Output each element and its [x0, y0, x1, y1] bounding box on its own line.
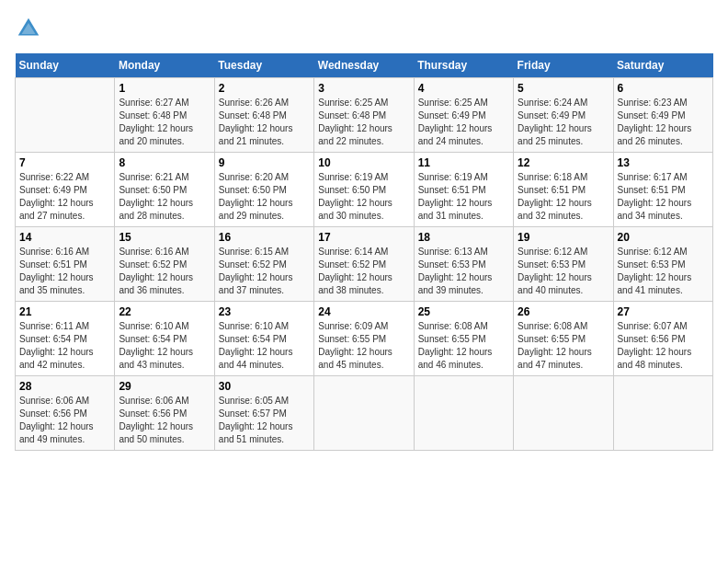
calendar-cell: 1Sunrise: 6:27 AM Sunset: 6:48 PM Daylig… [115, 78, 214, 153]
calendar-cell [613, 376, 712, 451]
day-info: Sunrise: 6:18 AM Sunset: 6:51 PM Dayligh… [518, 171, 609, 223]
day-number: 12 [518, 156, 609, 169]
day-info: Sunrise: 6:08 AM Sunset: 6:55 PM Dayligh… [418, 320, 509, 372]
day-number: 17 [318, 231, 409, 244]
day-number: 5 [518, 82, 609, 95]
day-info: Sunrise: 6:25 AM Sunset: 6:49 PM Dayligh… [418, 97, 509, 148]
day-info: Sunrise: 6:26 AM Sunset: 6:48 PM Dayligh… [219, 97, 310, 148]
calendar-week: 21Sunrise: 6:11 AM Sunset: 6:54 PM Dayli… [16, 302, 713, 376]
day-info: Sunrise: 6:06 AM Sunset: 6:56 PM Dayligh… [119, 395, 210, 446]
day-number: 23 [219, 305, 310, 318]
header-day: Saturday [613, 53, 712, 78]
day-number: 9 [219, 156, 310, 169]
day-info: Sunrise: 6:14 AM Sunset: 6:52 PM Dayligh… [318, 246, 409, 297]
calendar-cell: 14Sunrise: 6:16 AM Sunset: 6:51 PM Dayli… [16, 227, 115, 302]
day-number: 7 [19, 156, 110, 169]
calendar-cell: 17Sunrise: 6:14 AM Sunset: 6:52 PM Dayli… [314, 227, 414, 302]
calendar-cell [16, 78, 115, 153]
calendar-cell [514, 376, 613, 451]
day-number: 10 [318, 156, 409, 169]
day-number: 3 [318, 82, 409, 95]
calendar-cell: 4Sunrise: 6:25 AM Sunset: 6:49 PM Daylig… [414, 78, 513, 153]
calendar-cell: 29Sunrise: 6:06 AM Sunset: 6:56 PM Dayli… [115, 376, 214, 451]
day-info: Sunrise: 6:21 AM Sunset: 6:50 PM Dayligh… [119, 171, 210, 223]
day-number: 28 [19, 380, 110, 393]
day-number: 11 [418, 156, 509, 169]
day-number: 15 [119, 231, 210, 244]
day-info: Sunrise: 6:05 AM Sunset: 6:57 PM Dayligh… [219, 395, 310, 446]
calendar-cell: 21Sunrise: 6:11 AM Sunset: 6:54 PM Dayli… [16, 302, 115, 376]
day-number: 22 [119, 305, 210, 318]
day-number: 26 [518, 305, 609, 318]
day-info: Sunrise: 6:16 AM Sunset: 6:51 PM Dayligh… [19, 246, 110, 297]
calendar-cell: 2Sunrise: 6:26 AM Sunset: 6:48 PM Daylig… [214, 78, 313, 153]
day-info: Sunrise: 6:16 AM Sunset: 6:52 PM Dayligh… [119, 246, 210, 297]
calendar-cell: 5Sunrise: 6:24 AM Sunset: 6:49 PM Daylig… [514, 78, 613, 153]
calendar-week: 7Sunrise: 6:22 AM Sunset: 6:49 PM Daylig… [16, 153, 713, 227]
calendar-cell: 25Sunrise: 6:08 AM Sunset: 6:55 PM Dayli… [414, 302, 513, 376]
day-info: Sunrise: 6:06 AM Sunset: 6:56 PM Dayligh… [19, 395, 110, 446]
day-number: 30 [219, 380, 310, 393]
header-row: SundayMondayTuesdayWednesdayThursdayFrid… [16, 53, 713, 78]
day-info: Sunrise: 6:23 AM Sunset: 6:49 PM Dayligh… [618, 97, 709, 148]
header-day: Thursday [414, 53, 513, 78]
calendar-cell: 10Sunrise: 6:19 AM Sunset: 6:50 PM Dayli… [314, 153, 414, 227]
day-info: Sunrise: 6:15 AM Sunset: 6:52 PM Dayligh… [219, 246, 310, 297]
calendar-week: 1Sunrise: 6:27 AM Sunset: 6:48 PM Daylig… [16, 78, 713, 153]
day-info: Sunrise: 6:19 AM Sunset: 6:51 PM Dayligh… [418, 171, 509, 223]
header-day: Friday [514, 53, 613, 78]
calendar-cell: 3Sunrise: 6:25 AM Sunset: 6:48 PM Daylig… [314, 78, 414, 153]
day-number: 6 [618, 82, 709, 95]
calendar-table: SundayMondayTuesdayWednesdayThursdayFrid… [15, 53, 713, 451]
day-number: 29 [119, 380, 210, 393]
calendar-cell: 28Sunrise: 6:06 AM Sunset: 6:56 PM Dayli… [16, 376, 115, 451]
page-header [15, 15, 713, 42]
header-day: Tuesday [214, 53, 313, 78]
day-info: Sunrise: 6:11 AM Sunset: 6:54 PM Dayligh… [19, 320, 110, 372]
calendar-cell [314, 376, 414, 451]
calendar-cell: 27Sunrise: 6:07 AM Sunset: 6:56 PM Dayli… [613, 302, 712, 376]
calendar-cell: 11Sunrise: 6:19 AM Sunset: 6:51 PM Dayli… [414, 153, 513, 227]
day-info: Sunrise: 6:13 AM Sunset: 6:53 PM Dayligh… [418, 246, 509, 297]
day-info: Sunrise: 6:20 AM Sunset: 6:50 PM Dayligh… [219, 171, 310, 223]
day-number: 25 [418, 305, 509, 318]
calendar-cell: 8Sunrise: 6:21 AM Sunset: 6:50 PM Daylig… [115, 153, 214, 227]
day-info: Sunrise: 6:24 AM Sunset: 6:49 PM Dayligh… [518, 97, 609, 148]
day-number: 21 [19, 305, 110, 318]
day-number: 2 [219, 82, 310, 95]
day-number: 8 [119, 156, 210, 169]
day-info: Sunrise: 6:09 AM Sunset: 6:55 PM Dayligh… [318, 320, 409, 372]
calendar-cell [414, 376, 513, 451]
calendar-cell: 15Sunrise: 6:16 AM Sunset: 6:52 PM Dayli… [115, 227, 214, 302]
day-number: 24 [318, 305, 409, 318]
day-info: Sunrise: 6:08 AM Sunset: 6:55 PM Dayligh… [518, 320, 609, 372]
calendar-cell: 7Sunrise: 6:22 AM Sunset: 6:49 PM Daylig… [16, 153, 115, 227]
day-info: Sunrise: 6:25 AM Sunset: 6:48 PM Dayligh… [318, 97, 409, 148]
logo-icon [15, 15, 42, 42]
header-day: Wednesday [314, 53, 414, 78]
day-info: Sunrise: 6:27 AM Sunset: 6:48 PM Dayligh… [119, 97, 210, 148]
calendar-cell: 18Sunrise: 6:13 AM Sunset: 6:53 PM Dayli… [414, 227, 513, 302]
day-info: Sunrise: 6:22 AM Sunset: 6:49 PM Dayligh… [19, 171, 110, 223]
calendar-cell: 19Sunrise: 6:12 AM Sunset: 6:53 PM Dayli… [514, 227, 613, 302]
day-number: 19 [518, 231, 609, 244]
day-info: Sunrise: 6:07 AM Sunset: 6:56 PM Dayligh… [618, 320, 709, 372]
calendar-header: SundayMondayTuesdayWednesdayThursdayFrid… [16, 53, 713, 78]
calendar-cell: 9Sunrise: 6:20 AM Sunset: 6:50 PM Daylig… [214, 153, 313, 227]
calendar-cell: 30Sunrise: 6:05 AM Sunset: 6:57 PM Dayli… [214, 376, 313, 451]
day-number: 14 [19, 231, 110, 244]
day-number: 18 [418, 231, 509, 244]
day-number: 20 [618, 231, 709, 244]
day-number: 1 [119, 82, 210, 95]
header-day: Sunday [16, 53, 115, 78]
logo [15, 15, 46, 42]
day-number: 16 [219, 231, 310, 244]
calendar-cell: 12Sunrise: 6:18 AM Sunset: 6:51 PM Dayli… [514, 153, 613, 227]
header-day: Monday [115, 53, 214, 78]
day-info: Sunrise: 6:10 AM Sunset: 6:54 PM Dayligh… [119, 320, 210, 372]
calendar-cell: 23Sunrise: 6:10 AM Sunset: 6:54 PM Dayli… [214, 302, 313, 376]
calendar-cell: 20Sunrise: 6:12 AM Sunset: 6:53 PM Dayli… [613, 227, 712, 302]
calendar-body: 1Sunrise: 6:27 AM Sunset: 6:48 PM Daylig… [16, 78, 713, 451]
calendar-cell: 24Sunrise: 6:09 AM Sunset: 6:55 PM Dayli… [314, 302, 414, 376]
day-number: 13 [618, 156, 709, 169]
